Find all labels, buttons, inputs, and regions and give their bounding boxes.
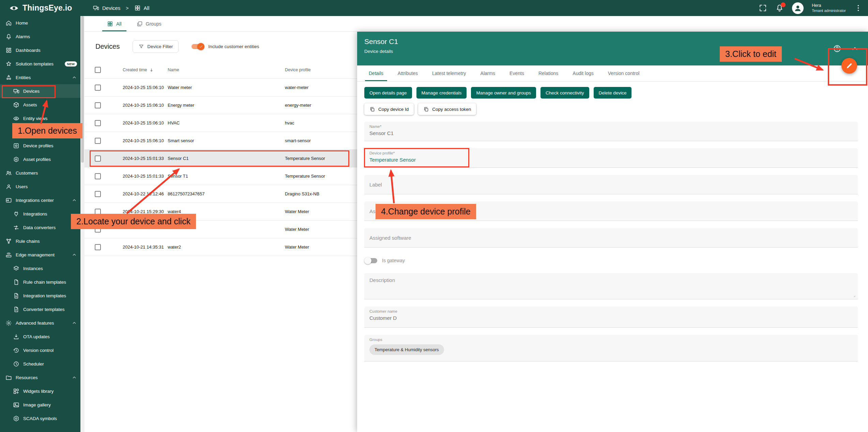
- label-field[interactable]: Label: [364, 175, 858, 194]
- tab-latest-telemetry[interactable]: Latest telemetry: [425, 65, 473, 81]
- scrollbar-thumb[interactable]: [81, 16, 84, 163]
- open-details-page-button[interactable]: Open details page: [364, 87, 412, 99]
- converter-templates-icon: [13, 306, 19, 313]
- fullscreen-icon[interactable]: [759, 4, 767, 12]
- is-gateway-toggle[interactable]: [365, 258, 377, 263]
- row-checkbox[interactable]: [95, 120, 101, 126]
- row-checkbox[interactable]: [95, 102, 101, 108]
- assigned-software-field[interactable]: Assigned software: [364, 228, 858, 248]
- sidebar-item-label: Asset profiles: [23, 157, 51, 162]
- sidebar-item-entities[interactable]: Entities: [0, 71, 80, 84]
- sidebar-item-home[interactable]: Home: [0, 16, 80, 30]
- manage-owner-groups-button[interactable]: Manage owner and groups: [471, 87, 536, 99]
- copy-device-id-button[interactable]: Copy device Id: [364, 103, 414, 115]
- scada-symbols-icon: [13, 415, 19, 422]
- sidebar-item-converter-templates[interactable]: Converter templates: [0, 302, 80, 316]
- column-created-time[interactable]: Created time: [123, 68, 147, 72]
- description-field[interactable]: Description: [364, 273, 858, 299]
- sidebar-item-label: Scheduler: [23, 361, 44, 367]
- delete-device-button[interactable]: Delete device: [594, 87, 632, 99]
- menu-dots-icon[interactable]: [854, 4, 863, 12]
- row-checkbox[interactable]: [95, 155, 101, 162]
- sidebar-item-solution-templates[interactable]: Solution templates NEW: [0, 57, 80, 71]
- sidebar-item-widgets-library[interactable]: Widgets library: [0, 384, 80, 398]
- sidebar-item-label: Integrations center: [16, 198, 54, 203]
- breadcrumb-devices[interactable]: Devices: [93, 5, 120, 11]
- sidebar-item-scada-symbols[interactable]: SCADA symbols: [0, 412, 80, 425]
- row-checkbox[interactable]: [95, 191, 101, 197]
- sidebar-item-asset-profiles[interactable]: Asset profiles: [0, 152, 80, 166]
- sidebar-item-alarms[interactable]: Alarms: [0, 30, 80, 43]
- instances-icon: [13, 265, 19, 272]
- cell-name: Water meter: [168, 85, 285, 90]
- customers-icon: [5, 170, 12, 176]
- sidebar-item-image-gallery[interactable]: Image gallery: [0, 398, 80, 412]
- tab-version-control[interactable]: Version control: [601, 65, 647, 81]
- sidebar-item-version-control[interactable]: Version control: [0, 343, 80, 357]
- sidebar-item-ota-updates[interactable]: OTA updates: [0, 330, 80, 343]
- resources-icon: [5, 374, 12, 381]
- sidebar-item-resources[interactable]: Resources: [0, 371, 80, 384]
- sidebar-item-label: Dashboards: [16, 48, 41, 53]
- sidebar-item-assets[interactable]: Assets: [0, 98, 80, 111]
- sidebar-item-instances[interactable]: Instances: [0, 262, 80, 275]
- widgets-library-icon: [13, 388, 19, 394]
- sort-desc-icon[interactable]: [149, 68, 154, 73]
- sidebar-item-rule-chain-templates[interactable]: Rule chain templates: [0, 275, 80, 289]
- row-checkbox[interactable]: [95, 173, 101, 179]
- tab-relations[interactable]: Relations: [531, 65, 565, 81]
- entity-views-icon: [13, 115, 19, 122]
- sidebar-item-rule-chains[interactable]: Rule chains: [0, 234, 80, 248]
- sidebar-item-advanced-features[interactable]: Advanced features: [0, 316, 80, 330]
- tab-attributes[interactable]: Attributes: [391, 65, 425, 81]
- sidebar-item-users[interactable]: Users: [0, 180, 80, 193]
- sidebar-item-integrations-center[interactable]: Integrations center: [0, 193, 80, 207]
- notifications-icon[interactable]: [775, 4, 784, 12]
- sidebar-item-label: Customers: [16, 170, 38, 176]
- edit-button[interactable]: [841, 58, 857, 74]
- sidebar-item-integrations[interactable]: Integrations: [0, 207, 80, 221]
- breadcrumb-all[interactable]: All: [134, 5, 150, 11]
- sidebar-item-data-converters[interactable]: Data converters: [0, 221, 80, 234]
- copy-access-token-button[interactable]: Copy access token: [418, 103, 476, 115]
- sidebar-item-integration-templates[interactable]: Integration templates: [0, 289, 80, 302]
- sidebar-item-scheduler[interactable]: Scheduler: [0, 357, 80, 371]
- select-all-checkbox[interactable]: [95, 67, 101, 73]
- sidebar-item-label: Image gallery: [23, 402, 51, 407]
- tab-groups[interactable]: Groups: [129, 16, 169, 31]
- avatar[interactable]: [792, 2, 804, 14]
- copy-access-token-label: Copy access token: [432, 107, 471, 112]
- device-filter-button[interactable]: Device Filter: [133, 40, 179, 53]
- tab-events[interactable]: Events: [502, 65, 531, 81]
- panel-header-icons: [833, 44, 859, 53]
- copy-icon: [423, 106, 429, 112]
- sidebar-item-customers[interactable]: Customers: [0, 166, 80, 180]
- sidebar-item-label: Device profiles: [23, 143, 54, 148]
- sidebar-item-device-profiles[interactable]: Device profiles: [0, 139, 80, 152]
- device-profile-link[interactable]: Temperature Sensor: [369, 157, 853, 163]
- help-icon[interactable]: [833, 44, 841, 53]
- cell-created-time: 2024-10-25 15:06:10: [123, 103, 168, 108]
- check-connectivity-button[interactable]: Check connectivity: [540, 87, 589, 99]
- tab-audit-logs[interactable]: Audit logs: [565, 65, 600, 81]
- sidebar-item-devices[interactable]: Devices: [0, 84, 80, 98]
- sidebar-item-edge-management[interactable]: Edge management: [0, 248, 80, 262]
- sidebar-item-dashboards[interactable]: Dashboards: [0, 43, 80, 57]
- sidebar-item-label: Entity views: [23, 116, 47, 121]
- tab-all[interactable]: All: [100, 16, 129, 31]
- collapse-icon[interactable]: [851, 44, 859, 53]
- row-checkbox[interactable]: [95, 138, 101, 144]
- resize-handle-icon[interactable]: [852, 294, 856, 298]
- column-name[interactable]: Name: [168, 68, 285, 72]
- topbar-actions: Hera Tenant administrator: [759, 2, 868, 14]
- include-customer-entities-toggle[interactable]: [192, 44, 204, 49]
- sidebar-item-label: Integrations: [23, 211, 47, 217]
- manage-credentials-button[interactable]: Manage credentials: [416, 87, 467, 99]
- row-checkbox[interactable]: [95, 85, 101, 91]
- tab-alarms[interactable]: Alarms: [473, 65, 503, 81]
- tab-details[interactable]: Details: [362, 65, 391, 81]
- sidebar-item-label: Users: [16, 184, 28, 189]
- logo[interactable]: ThingsEye.io: [0, 3, 79, 13]
- row-checkbox[interactable]: [95, 244, 101, 250]
- group-chip[interactable]: Temperature & Humidity sensors: [369, 344, 444, 355]
